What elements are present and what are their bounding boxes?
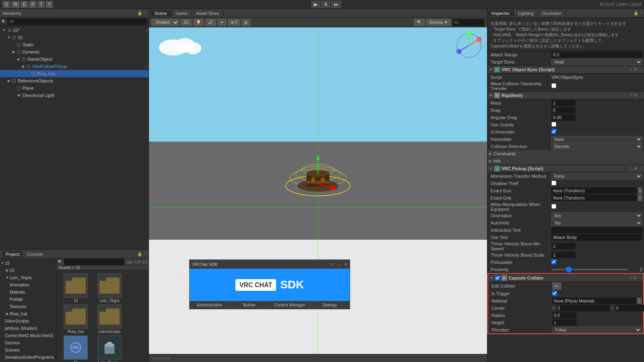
arrow-right-icon[interactable]: ▷ [145, 64, 149, 69]
project-tab[interactable]: Project [2, 251, 23, 257]
assets-tree-serialized[interactable]: SerializedUdonPrograms [0, 354, 56, 361]
is-trigger-checkbox[interactable] [552, 291, 557, 296]
hierarchy-menu-icon[interactable]: ≡ [144, 11, 146, 15]
tool-r[interactable]: R [29, 1, 37, 8]
use-text-input[interactable] [551, 234, 642, 241]
inspector-tab[interactable]: Inspector [487, 10, 514, 16]
angular-drag-input[interactable] [551, 114, 576, 121]
tree-item-directional-light[interactable]: ☀ Directional Light [0, 92, 149, 99]
is-kinematic-checkbox[interactable] [551, 129, 556, 134]
center-y-input[interactable] [615, 305, 644, 311]
tree-item-15star[interactable]: ▼ ✩ 15* ≡ [0, 27, 149, 34]
pause-button[interactable]: ⏸ [321, 1, 330, 8]
scene-search-icon[interactable]: 🔍 [414, 19, 425, 26]
capsule-collider-section[interactable]: ▼ ⊕ Capsule Collider ? ⚙ ⋮ [488, 274, 643, 282]
tree-item-plane[interactable]: ⬡ Plane [0, 84, 149, 92]
mass-input[interactable] [551, 100, 576, 106]
tree-item-gameobject[interactable]: ▶ ⬡ GameObject [0, 56, 149, 63]
play-button[interactable]: ▶ [312, 1, 320, 8]
asset-search-input[interactable] [64, 259, 124, 265]
sdk-tab-auth[interactable]: Authentication [190, 301, 230, 309]
orientation-dropdown[interactable]: Any [551, 212, 642, 219]
game-tab[interactable]: Game [171, 10, 192, 16]
exact-grip-select-btn[interactable]: ○ [638, 195, 642, 201]
vrc-pickup-help[interactable]: ? [630, 167, 632, 171]
asset-star-icon[interactable]: ★ [134, 260, 138, 264]
2d-button[interactable]: 2D [181, 19, 192, 26]
assets-tree-udonscripts[interactable]: UdonScripts [0, 317, 56, 325]
throw-scale-input[interactable] [551, 252, 576, 258]
edit-collider-btn[interactable]: ✏ [552, 282, 561, 290]
hierarchy-search-input[interactable] [8, 19, 147, 25]
tool-w[interactable]: W [11, 1, 20, 8]
capsule-more[interactable]: ⋮ [638, 276, 642, 280]
allow-manipulation-checkbox[interactable] [551, 204, 556, 209]
assets-tree-comicvket[interactable]: ComicVket2-MusicVket3 [0, 332, 56, 339]
rigidbody-help[interactable]: ? [630, 93, 632, 97]
asset-nav-icon[interactable]: ◀ [126, 260, 129, 264]
rigidbody-settings[interactable]: ⚙ [634, 93, 637, 97]
asset-model-lein[interactable]: Lein_Tegra... [93, 335, 126, 362]
capsule-enable-checkbox[interactable] [495, 276, 500, 280]
asset-scene-15[interactable]: 15 [60, 335, 92, 362]
sdk-dialog-close-btn[interactable]: ✕ [344, 262, 347, 267]
tree-menu-icon[interactable]: ≡ [146, 28, 149, 33]
tool-t[interactable]: T [37, 1, 45, 8]
sdk-tab-settings[interactable]: Settings [310, 301, 350, 309]
tool-q[interactable]: Q [2, 1, 10, 8]
rigidbody-section[interactable]: ▼ ⊕ Rigidbody ? ⚙ ⋮ [487, 91, 644, 99]
proximity-slider[interactable] [551, 269, 629, 270]
capsule-help[interactable]: ? [630, 276, 632, 280]
sdk-tab-content[interactable]: Content Manager [270, 301, 310, 309]
assets-tree-textures[interactable]: Textures [0, 303, 56, 310]
disallow-theft-checkbox[interactable] [551, 181, 556, 185]
assets-tree-gizmos[interactable]: Gizmos [0, 339, 56, 346]
info-row[interactable]: ▶ Info [487, 157, 644, 165]
audio-button[interactable]: 🔊 [205, 19, 216, 26]
assets-tree-scenes[interactable]: Scenes [0, 346, 56, 354]
fx-button[interactable]: ✦ [217, 19, 226, 26]
assets-tree-root[interactable]: ▼ 15 [0, 259, 56, 267]
attach-range-input[interactable] [551, 51, 642, 58]
assets-tree-15[interactable]: ▶ 15 [0, 267, 56, 274]
momentum-dropdown[interactable]: Force [551, 173, 642, 179]
vrc-object-sync-section[interactable]: ▼ ○ VRC Object Sync (Script) ? ⚙ ⋮ [487, 66, 644, 74]
throw-min-speed-input[interactable] [551, 243, 576, 249]
lighting-button[interactable]: 💡 [193, 19, 204, 26]
collision-detection-dropdown[interactable]: Discrete [551, 143, 642, 150]
assets-tree-prefab[interactable]: Prefab [0, 296, 56, 303]
assets-tree-matrials[interactable]: Matrials [0, 288, 56, 296]
pickupable-checkbox[interactable] [551, 259, 556, 264]
gizmos-button[interactable]: Gizmos ▼ [426, 19, 451, 26]
asset-folder-udonscripts[interactable]: UdonScripts [93, 304, 126, 334]
assets-tree-animation[interactable]: Animation [0, 281, 56, 288]
interpolate-dropdown[interactable]: None [551, 136, 642, 142]
interaction-text-input[interactable] [551, 227, 642, 233]
height-input[interactable] [552, 319, 576, 326]
drag-input[interactable] [551, 107, 576, 113]
sdk-dialog-minimize-btn[interactable]: — [337, 262, 341, 267]
tool-y[interactable]: Y [45, 1, 53, 8]
occlusion-tab[interactable]: Occlusion [538, 10, 566, 16]
exact-gun-input[interactable] [551, 187, 638, 194]
assets-tree-arktoon[interactable]: arktoon Shaders [0, 325, 56, 332]
scene-tab[interactable]: Scene [151, 10, 171, 16]
assets-tree-risa-hat[interactable]: ▶ Risa_hat [0, 310, 56, 317]
console-tab[interactable]: Console [23, 251, 46, 257]
shading-dropdown[interactable]: Shaded [151, 19, 179, 26]
asset-folder-lein[interactable]: Lein_Tegra [93, 274, 126, 303]
tree-item-15[interactable]: ▼ ⬡ 15 [0, 34, 149, 41]
asset-folder-risa[interactable]: Risa_hat [60, 304, 92, 334]
scene-options-btn[interactable]: ⊞ [242, 19, 250, 26]
tree-item-referenceobjects[interactable]: ▶ ⬡ ReferenceObjects [0, 77, 149, 84]
assets-tree-lein[interactable]: ▼ Lein_Tegra [0, 274, 56, 281]
view-options-btn[interactable]: ⊕ 0 [228, 19, 240, 26]
tree-item-dynamic[interactable]: ▶ ⬡ Dynamic [0, 48, 149, 56]
vrc-pickup-settings[interactable]: ⚙ [634, 167, 637, 171]
vrc-sync-settings[interactable]: ⚙ [634, 68, 637, 72]
vrc-pickup-section[interactable]: ▼ ○ VRC Pickup (Script) ? ⚙ ⋮ [487, 165, 644, 173]
material-input[interactable] [552, 298, 637, 304]
hierarchy-lock-icon[interactable]: 🔒 [137, 11, 142, 15]
vrc-sync-help[interactable]: ? [630, 68, 632, 72]
step-button[interactable]: ⏭ [331, 1, 341, 8]
